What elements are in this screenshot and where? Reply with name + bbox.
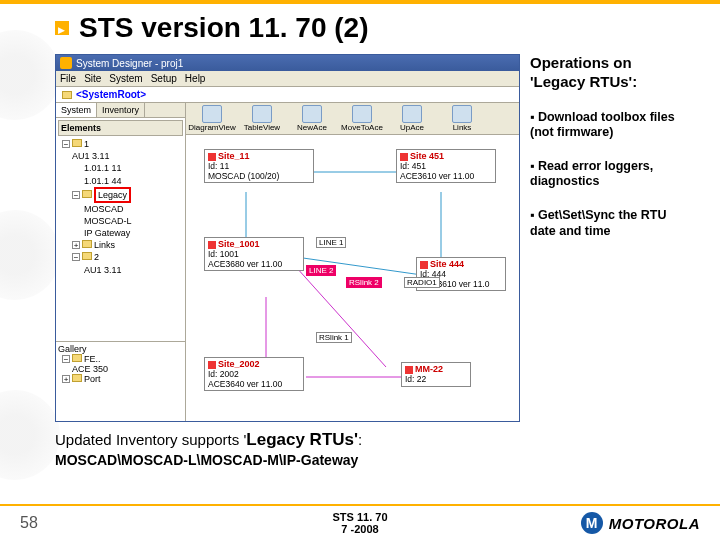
sysroot-label: <SystemRoot> (76, 89, 146, 100)
breadcrumb: <SystemRoot> (56, 87, 519, 103)
tbtn-links[interactable]: Links (438, 105, 486, 132)
node-site-11[interactable]: Site_11 Id: 11 MOSCAD (100/20) (204, 149, 314, 183)
tree-item[interactable]: +Links (58, 239, 183, 251)
node-mm-22[interactable]: MM-22 Id: 22 (401, 362, 471, 387)
link-line1: LINE 1 (316, 237, 346, 248)
node-site-1001[interactable]: Site_1001 Id: 1001 ACE3680 ver 11.00 (204, 237, 304, 271)
caption-line-2: MOSCAD\MOSCAD-L\MOSCAD-M\IP-Gateway (55, 452, 520, 468)
page-number: 58 (20, 514, 38, 532)
tbtn-tableview[interactable]: TableView (238, 105, 286, 132)
elements-header: Elements (58, 120, 183, 136)
app-screenshot: System Designer - proj1 File Site System… (55, 54, 520, 422)
tree-item[interactable]: −1 (58, 138, 183, 150)
tab-system[interactable]: System (56, 103, 97, 117)
menu-setup[interactable]: Setup (151, 73, 177, 84)
footer-line-2: 7 -2008 (332, 523, 387, 535)
motorola-icon: M (581, 512, 603, 534)
operations-heading: Operations on 'Legacy RTUs': (530, 54, 680, 92)
tree-item[interactable]: −2 (58, 251, 183, 263)
tree-item[interactable]: MOSCAD-L (58, 215, 183, 227)
bullet-get-set-sync: Get\Set\Sync the RTU date and time (530, 208, 680, 239)
tbtn-diagramview[interactable]: DiagramView (188, 105, 236, 132)
tbtn-upace[interactable]: UpAce (388, 105, 436, 132)
link-line2: LINE 2 (306, 265, 336, 276)
node-site-451[interactable]: Site 451 Id: 451 ACE3610 ver 11.00 (396, 149, 496, 183)
gallery-header: Gallery (58, 344, 183, 354)
tree-item[interactable]: MOSCAD (58, 203, 183, 215)
menu-system[interactable]: System (109, 73, 142, 84)
tab-inventory[interactable]: Inventory (97, 103, 145, 117)
link-rslink2: RSlink 2 (346, 277, 382, 288)
link-rslink1: RSlink 1 (316, 332, 352, 343)
menu-file[interactable]: File (60, 73, 76, 84)
node-site-2002[interactable]: Site_2002 Id: 2002 ACE3640 ver 11.00 (204, 357, 304, 391)
title-bullet-icon (55, 21, 69, 35)
tree-item[interactable]: 1.01.1 44 (58, 175, 183, 187)
bullet-read-error: Read error loggers, diagnostics (530, 159, 680, 190)
brand-text: MOTOROLA (609, 515, 700, 532)
app-icon (60, 57, 72, 69)
tree-item[interactable]: IP Gateway (58, 227, 183, 239)
tree-item[interactable]: AU1 3.11 (58, 264, 183, 276)
menu-help[interactable]: Help (185, 73, 206, 84)
slide-title: STS version 11. 70 (2) (79, 12, 368, 44)
window-title: System Designer - proj1 (76, 58, 183, 69)
menubar: File Site System Setup Help (56, 71, 519, 87)
tbtn-newace[interactable]: NewAce (288, 105, 336, 132)
menu-site[interactable]: Site (84, 73, 101, 84)
tree-item[interactable]: −Legacy (58, 187, 183, 203)
tree-item[interactable]: 1.01.1 11 (58, 162, 183, 174)
brand-logo: M MOTOROLA (581, 512, 700, 534)
bullet-download: Download toolbox files (not firmware) (530, 110, 680, 141)
window-titlebar: System Designer - proj1 (56, 55, 519, 71)
link-radio1: RADIO1 (404, 277, 440, 288)
folder-icon (62, 91, 72, 99)
tbtn-movetoace[interactable]: MoveToAce (338, 105, 386, 132)
caption-line-1: Updated Inventory supports 'Legacy RTUs'… (55, 430, 520, 450)
tree-item[interactable]: AU1 3.11 (58, 150, 183, 162)
footer-line-1: STS 11. 70 (332, 511, 387, 523)
main-toolbar: DiagramView TableView NewAce MoveToAce U… (186, 103, 519, 135)
